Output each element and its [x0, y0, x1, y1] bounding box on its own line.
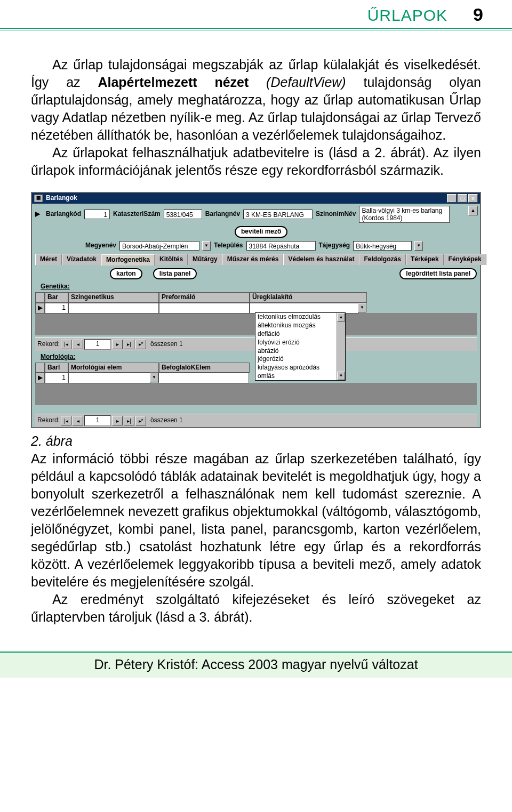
table-selector — [35, 363, 45, 373]
record-selector-icon[interactable]: ▶ — [35, 210, 43, 219]
nav-next-icon[interactable]: ▸ — [112, 416, 123, 425]
label-telepules: Település — [214, 242, 243, 250]
label-barlangkod: Barlangkód — [46, 210, 81, 219]
nav-new-icon[interactable]: ▸* — [135, 340, 146, 349]
list-item[interactable]: tektonikus elmozdulás — [255, 313, 345, 321]
cell-ureg[interactable] — [250, 303, 358, 313]
table-selector — [35, 292, 45, 303]
page-header: ŰRLAPOK 9 — [0, 0, 512, 30]
genetika-columns: Bar Szingenetikus Preformáló Üregkialakí… — [35, 292, 477, 303]
paragraph-2: Az űrlapokat felhasználhatjuk adatbevite… — [31, 144, 481, 179]
nav-first-icon[interactable]: |◂ — [61, 340, 71, 349]
label-megyenev: Megyenév — [85, 242, 116, 250]
label-tajegyseg: Tájegység — [319, 242, 350, 250]
footer-text: Dr. Pétery Kristóf: Access 2003 magyar n… — [94, 657, 418, 672]
col-barl: Barl — [45, 363, 68, 373]
list-item[interactable]: jégerózió — [255, 355, 345, 364]
screenshot-figure: ▦ Barlangok _ □ × ▲ ▶ Barlangkód 1 Katas… — [31, 192, 481, 428]
content: Az űrlap tulajdonságai megszabják az űrl… — [0, 30, 512, 626]
chevron-down-icon[interactable]: ▼ — [202, 241, 211, 251]
field-szinonim[interactable]: Balla-völgyi 3 km-es barlang (Kordos 198… — [359, 206, 450, 223]
tab-morfogenetika[interactable]: Morfogenetika — [101, 254, 155, 266]
tab-vedelem[interactable]: Védelem és használat — [283, 254, 359, 265]
scroll-up-icon[interactable]: ▲ — [337, 313, 345, 321]
form-icon: ▦ — [34, 195, 43, 202]
combo-tajegyseg[interactable]: Bükk-hegység — [353, 241, 412, 251]
tab-feldolgozas[interactable]: Feldolgozás — [359, 254, 406, 265]
app-window: ▦ Barlangok _ □ × ▲ ▶ Barlangkód 1 Katas… — [31, 192, 481, 428]
window-titlebar: ▦ Barlangok _ □ × — [32, 193, 480, 204]
chevron-down-icon[interactable]: ▼ — [150, 373, 158, 382]
table-row[interactable]: ▶ 1 ▼ — [35, 303, 477, 313]
close-button[interactable]: × — [468, 194, 478, 203]
cell-szingen[interactable] — [68, 303, 159, 313]
heading-genetika: Genetika: — [41, 283, 477, 291]
cell-preform[interactable] — [159, 303, 250, 313]
tab-terkepek[interactable]: Térképek — [406, 254, 444, 265]
field-telepules[interactable]: 31884 Répáshuta — [246, 241, 316, 251]
nav-next-icon[interactable]: ▸ — [112, 340, 123, 349]
field-barlangkod[interactable]: 1 — [84, 210, 110, 219]
recordnav-label: Rekord: — [37, 340, 60, 349]
list-item[interactable]: folyóvizi erózió — [255, 339, 345, 347]
chevron-down-icon[interactable]: ▼ — [358, 303, 366, 312]
col-befoglalo: BefoglalóKElem — [159, 363, 250, 373]
dropdown-list[interactable]: tektonikus elmozdulás áltektonikus mozgá… — [255, 312, 346, 381]
callout-karton: karton — [110, 268, 142, 280]
field-kataszteri[interactable]: 5381/045 — [164, 210, 202, 219]
scrollbar[interactable]: ▲ ▼ — [337, 313, 345, 380]
record-navigator-outer: Rekord: |◂ ◂ 1 ▸ ▸| ▸* összesen 1 — [35, 414, 477, 427]
list-item[interactable]: abrázió — [255, 347, 345, 356]
tab-kitoltes[interactable]: Kitöltés — [155, 254, 188, 265]
tab-mutargy[interactable]: Műtárgy — [188, 254, 222, 265]
form-body: ▲ ▶ Barlangkód 1 KataszteriSzám 5381/045… — [32, 204, 480, 427]
list-item[interactable]: defláció — [255, 330, 345, 339]
row-selector-icon[interactable]: ▶ — [35, 373, 45, 383]
record-total: összesen 1 — [150, 340, 183, 349]
maximize-button[interactable]: □ — [458, 194, 467, 203]
col-szingenetikus: Szingenetikus — [68, 292, 159, 303]
row-selector-icon[interactable]: ▶ — [35, 303, 45, 313]
col-morfelem: Morfológiai elem — [68, 363, 159, 373]
scroll-down-icon[interactable]: ▼ — [337, 372, 345, 380]
record-total: összesen 1 — [150, 416, 183, 425]
recordnav-label: Rekord: — [37, 416, 60, 425]
nav-prev-icon[interactable]: ◂ — [73, 416, 83, 425]
tabstrip: Méret Vízadatok Morfogenetika Kitöltés M… — [35, 254, 477, 265]
nav-new-icon[interactable]: ▸* — [135, 416, 146, 425]
scroll-up-icon[interactable]: ▲ — [468, 206, 478, 215]
nav-last-icon[interactable]: ▸| — [124, 340, 134, 349]
label-szinonim: SzinonimNév — [316, 210, 356, 219]
combo-megyenev[interactable]: Borsod-Abaúj-Zemplén — [119, 241, 199, 251]
record-number[interactable]: 1 — [84, 339, 111, 350]
page-footer: Dr. Pétery Kristóf: Access 2003 magyar n… — [0, 652, 512, 678]
nav-first-icon[interactable]: |◂ — [61, 416, 71, 425]
cell-morfelem[interactable] — [68, 373, 150, 383]
cell-barl[interactable]: 1 — [45, 373, 68, 383]
col-preformalo: Preformáló — [159, 292, 250, 303]
minimize-button[interactable]: _ — [447, 194, 457, 203]
callout-legorditett-lista: legördített lista panel — [399, 268, 477, 280]
cell-bar[interactable]: 1 — [45, 303, 68, 313]
list-item[interactable]: omlás — [255, 372, 345, 381]
cell-befoglalo[interactable] — [158, 373, 249, 383]
nav-last-icon[interactable]: ▸| — [124, 416, 134, 425]
list-item[interactable]: áltektonikus mozgás — [255, 321, 345, 330]
label-barlangnev: Barlangnév — [205, 210, 240, 219]
figure-caption: 2. ábra — [31, 432, 481, 450]
callout-beviteli-mezo: beviteli mező — [235, 226, 287, 238]
page-number: 9 — [473, 4, 483, 25]
window-title: Barlangok — [46, 194, 447, 203]
section-name: ŰRLAPOK — [367, 6, 447, 25]
chevron-down-icon[interactable]: ▼ — [414, 241, 423, 251]
tab-fenykepek[interactable]: Fényképek — [444, 254, 486, 265]
record-number[interactable]: 1 — [84, 415, 111, 426]
field-barlangnev[interactable]: 3 KM-ES BARLANG — [243, 210, 313, 219]
list-item[interactable]: kifagyásos aprózódás — [255, 364, 345, 372]
tab-muszer[interactable]: Műszer és mérés — [222, 254, 284, 265]
tab-meret[interactable]: Méret — [35, 254, 62, 265]
tab-vizadatok[interactable]: Vízadatok — [62, 254, 101, 265]
col-bar: Bar — [45, 292, 68, 303]
nav-prev-icon[interactable]: ◂ — [73, 340, 83, 349]
paragraph-1: Az űrlap tulajdonságai megszabják az űrl… — [31, 56, 481, 144]
